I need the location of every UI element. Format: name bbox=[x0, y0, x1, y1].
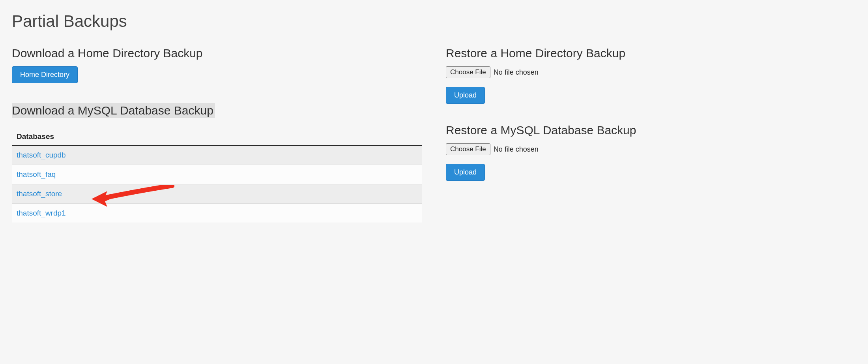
download-mysql-heading: Download a MySQL Database Backup bbox=[12, 103, 215, 118]
file-chooser-row: Choose File No file chosen bbox=[446, 66, 856, 78]
file-status-text: No file chosen bbox=[494, 145, 539, 154]
database-link[interactable]: thatsoft_wrdp1 bbox=[17, 209, 66, 217]
choose-file-button[interactable]: Choose File bbox=[446, 143, 490, 155]
databases-table: Databases thatsoft_cupdb thatsoft_faq bbox=[12, 128, 422, 223]
right-column: Restore a Home Directory Backup Choose F… bbox=[446, 47, 856, 243]
databases-table-header: Databases bbox=[12, 128, 422, 145]
home-directory-button[interactable]: Home Directory bbox=[12, 66, 78, 83]
upload-button[interactable]: Upload bbox=[446, 87, 485, 104]
download-home-section: Download a Home Directory Backup Home Di… bbox=[12, 47, 422, 83]
left-column: Download a Home Directory Backup Home Di… bbox=[12, 47, 422, 243]
file-chooser-row: Choose File No file chosen bbox=[446, 143, 856, 155]
restore-mysql-section: Restore a MySQL Database Backup Choose F… bbox=[446, 124, 856, 181]
table-row: thatsoft_store bbox=[12, 184, 422, 204]
main-columns: Download a Home Directory Backup Home Di… bbox=[12, 47, 856, 243]
database-link[interactable]: thatsoft_cupdb bbox=[17, 151, 66, 159]
table-row: thatsoft_wrdp1 bbox=[12, 204, 422, 223]
restore-home-heading: Restore a Home Directory Backup bbox=[446, 47, 856, 60]
download-mysql-section: Download a MySQL Database Backup Databas… bbox=[12, 103, 422, 223]
restore-home-section: Restore a Home Directory Backup Choose F… bbox=[446, 47, 856, 104]
file-status-text: No file chosen bbox=[494, 68, 539, 77]
choose-file-button[interactable]: Choose File bbox=[446, 66, 490, 78]
page-title: Partial Backups bbox=[12, 12, 856, 31]
upload-button[interactable]: Upload bbox=[446, 164, 485, 181]
database-link[interactable]: thatsoft_faq bbox=[17, 170, 56, 178]
table-row: thatsoft_faq bbox=[12, 165, 422, 184]
restore-mysql-heading: Restore a MySQL Database Backup bbox=[446, 124, 856, 137]
database-link[interactable]: thatsoft_store bbox=[17, 190, 62, 198]
table-row: thatsoft_cupdb bbox=[12, 145, 422, 165]
download-home-heading: Download a Home Directory Backup bbox=[12, 47, 422, 60]
